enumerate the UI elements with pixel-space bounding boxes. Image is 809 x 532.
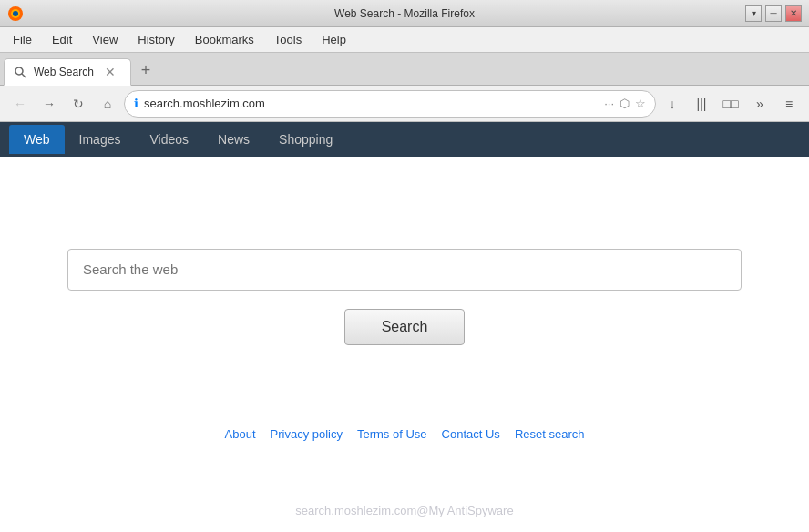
menu-file[interactable]: File: [4, 29, 41, 50]
menu-icon[interactable]: ≡: [776, 91, 802, 117]
svg-line-4: [22, 74, 26, 77]
menu-tools[interactable]: Tools: [265, 29, 311, 50]
window-controls: ▾ ─ ✕: [745, 5, 802, 22]
search-button-container: Search: [344, 309, 466, 345]
address-bar-icons: ··· ⬡ ☆: [604, 97, 646, 110]
footer-about[interactable]: About: [225, 427, 256, 441]
menu-bookmarks[interactable]: Bookmarks: [186, 29, 263, 50]
download-icon[interactable]: ↓: [660, 91, 685, 117]
reload-button[interactable]: ↻: [66, 91, 91, 117]
tab-bar: Web Search ✕ +: [0, 53, 809, 86]
title-bar: Web Search - Mozilla Firefox ▾ ─ ✕: [0, 0, 809, 27]
footer-reset[interactable]: Reset search: [515, 427, 585, 441]
new-tab-button[interactable]: +: [133, 57, 159, 83]
nav-bar: ← → ↻ ⌂ ℹ search.moshlezim.com ··· ⬡ ☆ ↓…: [0, 86, 809, 122]
back-button[interactable]: ←: [7, 91, 33, 117]
watermark-text: search.moshlezim.com@My AntiSpyware: [0, 504, 809, 517]
search-nav: Web Images Videos News Shopping: [0, 122, 809, 157]
svg-point-2: [13, 11, 18, 16]
maximize-button[interactable]: ─: [765, 5, 782, 22]
search-nav-images[interactable]: Images: [65, 125, 136, 154]
more-icon: ···: [604, 97, 614, 110]
close-button[interactable]: ✕: [785, 5, 802, 22]
search-box-container: [67, 249, 742, 291]
search-button[interactable]: Search: [344, 309, 466, 345]
search-input[interactable]: [67, 249, 742, 291]
svg-point-3: [15, 67, 23, 75]
nav-right-icons: ↓ ||| □□ » ≡: [660, 91, 802, 117]
sync-icon[interactable]: □□: [718, 91, 743, 117]
address-bar[interactable]: ℹ search.moshlezim.com ··· ⬡ ☆: [124, 90, 656, 118]
menu-edit[interactable]: Edit: [43, 29, 81, 50]
search-nav-shopping[interactable]: Shopping: [264, 125, 347, 154]
tab-web-search[interactable]: Web Search ✕: [4, 58, 131, 86]
footer-terms[interactable]: Terms of Use: [357, 427, 427, 441]
footer-links: About Privacy policy Terms of Use Contac…: [225, 427, 585, 441]
forward-button[interactable]: →: [36, 91, 62, 117]
star-icon: ☆: [635, 97, 646, 110]
menu-history[interactable]: History: [128, 29, 183, 50]
home-button[interactable]: ⌂: [95, 91, 120, 117]
info-icon: ℹ: [134, 97, 138, 110]
url-text: search.moshlezim.com: [144, 97, 599, 110]
pocket-icon: ⬡: [620, 97, 630, 110]
overflow-icon[interactable]: »: [747, 91, 773, 117]
tab-close-button[interactable]: ✕: [105, 65, 116, 79]
search-nav-news[interactable]: News: [203, 125, 264, 154]
menu-bar: File Edit View History Bookmarks Tools H…: [0, 27, 809, 53]
tab-search-icon: [14, 66, 26, 78]
menu-view[interactable]: View: [83, 29, 127, 50]
search-nav-web[interactable]: Web: [9, 125, 65, 154]
footer-privacy[interactable]: Privacy policy: [271, 427, 343, 441]
library-icon[interactable]: |||: [689, 91, 714, 117]
firefox-icon: [7, 5, 24, 22]
menu-help[interactable]: Help: [312, 29, 355, 50]
tab-label: Web Search: [34, 66, 94, 78]
minimize-button[interactable]: ▾: [745, 5, 762, 22]
search-nav-videos[interactable]: Videos: [135, 125, 203, 154]
window-title: Web Search - Mozilla Firefox: [0, 7, 809, 20]
main-content: Search About Privacy policy Terms of Use…: [0, 157, 809, 532]
footer-contact[interactable]: Contact Us: [442, 427, 500, 441]
